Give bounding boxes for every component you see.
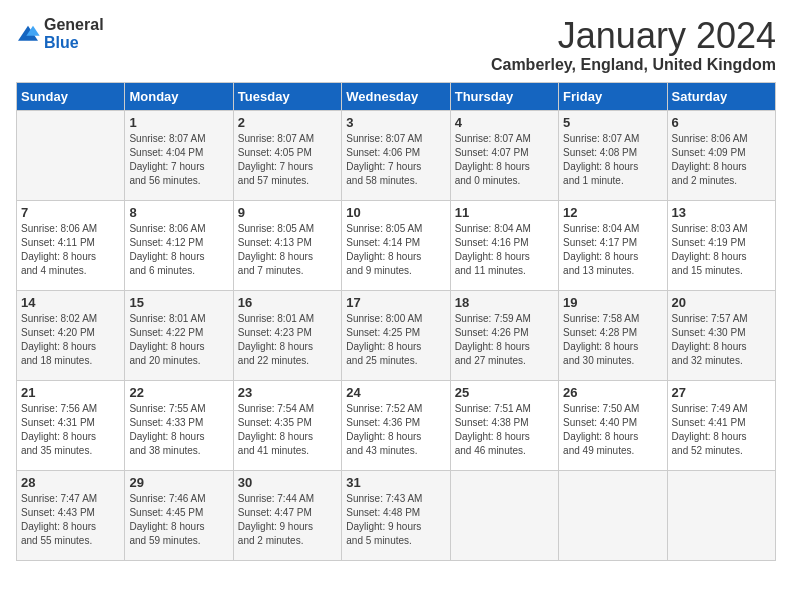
day-cell: 25Sunrise: 7:51 AMSunset: 4:38 PMDayligh… (450, 380, 558, 470)
day-number: 1 (129, 115, 228, 130)
day-info: Sunrise: 7:50 AMSunset: 4:40 PMDaylight:… (563, 402, 662, 458)
month-title: January 2024 (491, 16, 776, 56)
day-cell: 22Sunrise: 7:55 AMSunset: 4:33 PMDayligh… (125, 380, 233, 470)
day-number: 17 (346, 295, 445, 310)
day-info: Sunrise: 7:51 AMSunset: 4:38 PMDaylight:… (455, 402, 554, 458)
day-info: Sunrise: 8:01 AMSunset: 4:22 PMDaylight:… (129, 312, 228, 368)
day-cell: 4Sunrise: 8:07 AMSunset: 4:07 PMDaylight… (450, 110, 558, 200)
day-cell: 13Sunrise: 8:03 AMSunset: 4:19 PMDayligh… (667, 200, 775, 290)
day-cell: 26Sunrise: 7:50 AMSunset: 4:40 PMDayligh… (559, 380, 667, 470)
header-monday: Monday (125, 82, 233, 110)
day-cell: 24Sunrise: 7:52 AMSunset: 4:36 PMDayligh… (342, 380, 450, 470)
day-number: 11 (455, 205, 554, 220)
week-row-5: 28Sunrise: 7:47 AMSunset: 4:43 PMDayligh… (17, 470, 776, 560)
day-number: 7 (21, 205, 120, 220)
header-tuesday: Tuesday (233, 82, 341, 110)
day-number: 30 (238, 475, 337, 490)
day-cell: 9Sunrise: 8:05 AMSunset: 4:13 PMDaylight… (233, 200, 341, 290)
day-number: 25 (455, 385, 554, 400)
day-number: 2 (238, 115, 337, 130)
day-info: Sunrise: 8:07 AMSunset: 4:08 PMDaylight:… (563, 132, 662, 188)
page-header: General Blue January 2024 Camberley, Eng… (16, 16, 776, 74)
day-number: 12 (563, 205, 662, 220)
day-info: Sunrise: 7:43 AMSunset: 4:48 PMDaylight:… (346, 492, 445, 548)
day-number: 28 (21, 475, 120, 490)
day-number: 22 (129, 385, 228, 400)
calendar-header-row: SundayMondayTuesdayWednesdayThursdayFrid… (17, 82, 776, 110)
day-number: 8 (129, 205, 228, 220)
day-cell: 8Sunrise: 8:06 AMSunset: 4:12 PMDaylight… (125, 200, 233, 290)
logo: General Blue (16, 16, 104, 52)
day-number: 19 (563, 295, 662, 310)
day-cell: 19Sunrise: 7:58 AMSunset: 4:28 PMDayligh… (559, 290, 667, 380)
day-number: 10 (346, 205, 445, 220)
day-info: Sunrise: 8:06 AMSunset: 4:12 PMDaylight:… (129, 222, 228, 278)
day-cell: 7Sunrise: 8:06 AMSunset: 4:11 PMDaylight… (17, 200, 125, 290)
day-cell: 16Sunrise: 8:01 AMSunset: 4:23 PMDayligh… (233, 290, 341, 380)
day-number: 21 (21, 385, 120, 400)
day-info: Sunrise: 7:59 AMSunset: 4:26 PMDaylight:… (455, 312, 554, 368)
day-cell: 27Sunrise: 7:49 AMSunset: 4:41 PMDayligh… (667, 380, 775, 470)
day-info: Sunrise: 7:52 AMSunset: 4:36 PMDaylight:… (346, 402, 445, 458)
header-wednesday: Wednesday (342, 82, 450, 110)
header-sunday: Sunday (17, 82, 125, 110)
day-cell: 6Sunrise: 8:06 AMSunset: 4:09 PMDaylight… (667, 110, 775, 200)
location-title: Camberley, England, United Kingdom (491, 56, 776, 74)
day-cell: 20Sunrise: 7:57 AMSunset: 4:30 PMDayligh… (667, 290, 775, 380)
day-cell: 11Sunrise: 8:04 AMSunset: 4:16 PMDayligh… (450, 200, 558, 290)
day-cell: 10Sunrise: 8:05 AMSunset: 4:14 PMDayligh… (342, 200, 450, 290)
day-info: Sunrise: 8:07 AMSunset: 4:04 PMDaylight:… (129, 132, 228, 188)
day-info: Sunrise: 8:05 AMSunset: 4:14 PMDaylight:… (346, 222, 445, 278)
day-info: Sunrise: 7:47 AMSunset: 4:43 PMDaylight:… (21, 492, 120, 548)
day-number: 4 (455, 115, 554, 130)
day-info: Sunrise: 8:06 AMSunset: 4:11 PMDaylight:… (21, 222, 120, 278)
day-info: Sunrise: 8:05 AMSunset: 4:13 PMDaylight:… (238, 222, 337, 278)
day-number: 27 (672, 385, 771, 400)
day-info: Sunrise: 7:49 AMSunset: 4:41 PMDaylight:… (672, 402, 771, 458)
day-number: 29 (129, 475, 228, 490)
day-number: 26 (563, 385, 662, 400)
day-number: 5 (563, 115, 662, 130)
logo-general: General (44, 16, 104, 33)
day-info: Sunrise: 8:02 AMSunset: 4:20 PMDaylight:… (21, 312, 120, 368)
day-number: 6 (672, 115, 771, 130)
day-number: 24 (346, 385, 445, 400)
day-number: 31 (346, 475, 445, 490)
day-number: 9 (238, 205, 337, 220)
day-cell (17, 110, 125, 200)
header-saturday: Saturday (667, 82, 775, 110)
title-section: January 2024 Camberley, England, United … (491, 16, 776, 74)
day-info: Sunrise: 8:04 AMSunset: 4:16 PMDaylight:… (455, 222, 554, 278)
day-info: Sunrise: 8:00 AMSunset: 4:25 PMDaylight:… (346, 312, 445, 368)
day-info: Sunrise: 7:57 AMSunset: 4:30 PMDaylight:… (672, 312, 771, 368)
day-number: 18 (455, 295, 554, 310)
day-info: Sunrise: 7:46 AMSunset: 4:45 PMDaylight:… (129, 492, 228, 548)
day-number: 3 (346, 115, 445, 130)
day-cell: 29Sunrise: 7:46 AMSunset: 4:45 PMDayligh… (125, 470, 233, 560)
day-cell: 18Sunrise: 7:59 AMSunset: 4:26 PMDayligh… (450, 290, 558, 380)
day-info: Sunrise: 7:44 AMSunset: 4:47 PMDaylight:… (238, 492, 337, 548)
day-info: Sunrise: 8:06 AMSunset: 4:09 PMDaylight:… (672, 132, 771, 188)
header-friday: Friday (559, 82, 667, 110)
day-cell: 12Sunrise: 8:04 AMSunset: 4:17 PMDayligh… (559, 200, 667, 290)
day-cell: 23Sunrise: 7:54 AMSunset: 4:35 PMDayligh… (233, 380, 341, 470)
day-info: Sunrise: 8:07 AMSunset: 4:06 PMDaylight:… (346, 132, 445, 188)
day-cell: 2Sunrise: 8:07 AMSunset: 4:05 PMDaylight… (233, 110, 341, 200)
day-number: 23 (238, 385, 337, 400)
day-cell: 3Sunrise: 8:07 AMSunset: 4:06 PMDaylight… (342, 110, 450, 200)
day-cell: 14Sunrise: 8:02 AMSunset: 4:20 PMDayligh… (17, 290, 125, 380)
logo-icon (16, 24, 40, 44)
day-cell: 1Sunrise: 8:07 AMSunset: 4:04 PMDaylight… (125, 110, 233, 200)
week-row-2: 7Sunrise: 8:06 AMSunset: 4:11 PMDaylight… (17, 200, 776, 290)
day-cell (667, 470, 775, 560)
day-cell: 5Sunrise: 8:07 AMSunset: 4:08 PMDaylight… (559, 110, 667, 200)
week-row-3: 14Sunrise: 8:02 AMSunset: 4:20 PMDayligh… (17, 290, 776, 380)
day-info: Sunrise: 7:55 AMSunset: 4:33 PMDaylight:… (129, 402, 228, 458)
day-number: 20 (672, 295, 771, 310)
day-number: 15 (129, 295, 228, 310)
day-info: Sunrise: 8:07 AMSunset: 4:05 PMDaylight:… (238, 132, 337, 188)
day-info: Sunrise: 8:01 AMSunset: 4:23 PMDaylight:… (238, 312, 337, 368)
day-number: 13 (672, 205, 771, 220)
day-info: Sunrise: 7:58 AMSunset: 4:28 PMDaylight:… (563, 312, 662, 368)
header-thursday: Thursday (450, 82, 558, 110)
